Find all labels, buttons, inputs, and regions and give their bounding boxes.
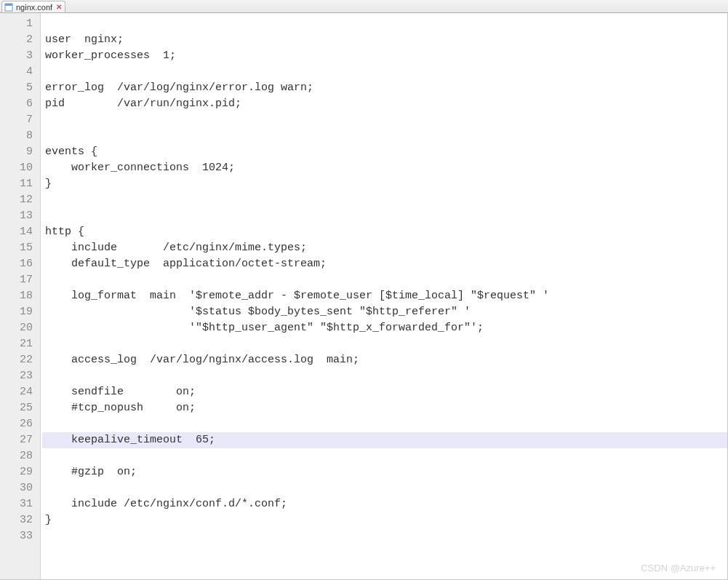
code-line: } [42,512,727,528]
code-line [42,416,727,432]
line-number: 22 [0,352,40,368]
tab-bar: nginx.conf ✕ [0,0,728,13]
line-number: 31 [0,496,40,512]
line-number: 24 [0,384,40,400]
code-line: #tcp_nopush on; [42,400,727,416]
line-number: 15 [0,240,40,256]
code-line: '$status $body_bytes_sent "$http_referer… [42,304,727,320]
line-number: 9 [0,144,40,160]
svg-rect-1 [5,4,12,6]
code-line: include /etc/nginx/conf.d/*.conf; [42,496,727,512]
code-line: access_log /var/log/nginx/access.log mai… [42,352,727,368]
code-line: worker_connections 1024; [42,160,727,176]
code-content[interactable]: user nginx;worker_processes 1;error_log … [41,13,727,579]
line-number: 6 [0,96,40,112]
code-line [42,112,727,128]
line-number: 25 [0,400,40,416]
code-line: keepalive_timeout 65; [42,432,727,448]
line-number: 5 [0,80,40,96]
line-number: 3 [0,48,40,64]
code-line [42,528,727,544]
code-line: events { [42,144,727,160]
code-line [42,128,727,144]
code-line: } [42,176,727,192]
code-line [42,16,727,32]
close-icon[interactable]: ✕ [55,4,63,11]
file-icon [4,3,13,12]
line-number: 26 [0,416,40,432]
code-line: worker_processes 1; [42,48,727,64]
line-number: 19 [0,304,40,320]
code-line [42,208,727,224]
code-line: sendfile on; [42,384,727,400]
line-number: 4 [0,64,40,80]
code-line: pid /var/run/nginx.pid; [42,96,727,112]
line-number: 18 [0,288,40,304]
code-line [42,192,727,208]
code-line: log_format main '$remote_addr - $remote_… [42,288,727,304]
file-tab[interactable]: nginx.conf ✕ [1,1,65,12]
line-number: 21 [0,336,40,352]
line-number: 28 [0,448,40,464]
line-number: 30 [0,480,40,496]
line-number: 7 [0,112,40,128]
line-number: 14 [0,224,40,240]
code-line: default_type application/octet-stream; [42,256,727,272]
editor-area: 1234567891011121314151617181920212223242… [0,13,728,580]
line-number: 13 [0,208,40,224]
code-line: error_log /var/log/nginx/error.log warn; [42,80,727,96]
line-number: 17 [0,272,40,288]
line-number: 11 [0,176,40,192]
tab-filename: nginx.conf [15,3,53,12]
code-line: user nginx; [42,32,727,48]
code-line [42,448,727,464]
line-number: 8 [0,128,40,144]
code-line [42,336,727,352]
code-line: #gzip on; [42,464,727,480]
line-number: 32 [0,512,40,528]
line-number: 27 [0,432,40,448]
line-number: 33 [0,528,40,544]
line-number: 2 [0,32,40,48]
code-line [42,480,727,496]
code-line [42,368,727,384]
code-line: include /etc/nginx/mime.types; [42,240,727,256]
code-line: http { [42,224,727,240]
line-number: 29 [0,464,40,480]
line-number: 10 [0,160,40,176]
line-number: 23 [0,368,40,384]
code-line [42,64,727,80]
line-number-gutter: 1234567891011121314151617181920212223242… [0,13,41,579]
line-number: 12 [0,192,40,208]
code-line: '"$http_user_agent" "$http_x_forwarded_f… [42,320,727,336]
line-number: 1 [0,16,40,32]
line-number: 16 [0,256,40,272]
line-number: 20 [0,320,40,336]
code-line [42,272,727,288]
